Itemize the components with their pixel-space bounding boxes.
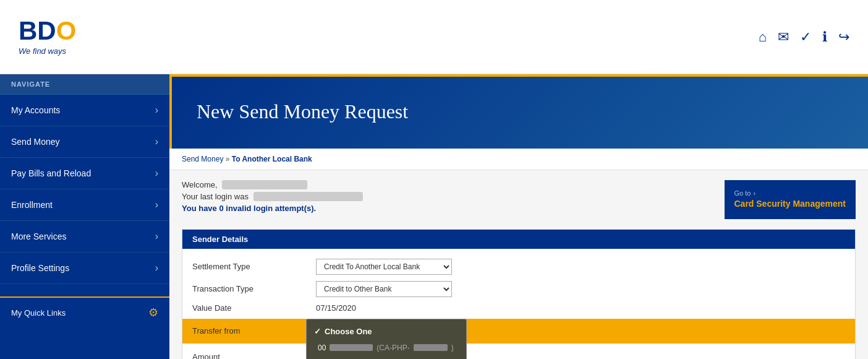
transfer-from-row: Transfer from ✓ Choose One 00 (CA- [182, 319, 855, 344]
amount-row: Amount [192, 350, 845, 359]
sidebar-item-pay-bills[interactable]: Pay Bills and Reload › [0, 158, 169, 189]
chevron-right-icon: › [155, 168, 158, 179]
transfer-from-dropdown: ✓ Choose One 00 (CA-PHP- ) [306, 319, 467, 359]
dropdown-option-1[interactable]: 00 (CA-PHP- ) [307, 340, 466, 356]
header-icons: ⌂ ✉ ✓ ℹ ↪ [759, 29, 849, 45]
sidebar-item-label-my-accounts: My Accounts [11, 105, 60, 115]
sidebar-item-label-more-services: More Services [11, 231, 66, 241]
sidebar-item-enrollment[interactable]: Enrollment › [0, 189, 169, 221]
chevron-right-icon: › [155, 136, 158, 147]
chevron-right-icon: › [155, 105, 158, 116]
dropdown-header: ✓ Choose One [307, 323, 466, 340]
quick-links[interactable]: My Quick Links ⚙ [0, 296, 169, 327]
info-icon[interactable]: ℹ [822, 29, 827, 45]
acct-prefix-1: 00 [318, 344, 326, 352]
sidebar-item-more-services[interactable]: More Services › [0, 221, 169, 253]
chevron-right-icon: › [155, 231, 158, 242]
gear-icon[interactable]: ⚙ [148, 306, 158, 319]
transaction-type-row: Transaction Type Credit to Other Bank [192, 281, 845, 297]
breadcrumb-parent[interactable]: Send Money [182, 155, 223, 163]
logo: BDO [19, 18, 76, 44]
transaction-type-select[interactable]: Credit to Other Bank [316, 281, 452, 297]
amount-label: Amount [192, 352, 316, 359]
welcome-line: Welcome, ________ [182, 180, 363, 189]
page-title-bar: New Send Money Request [169, 74, 868, 149]
sidebar-item-send-money[interactable]: Send Money › [0, 126, 169, 158]
sidebar-item-label-pay-bills: Pay Bills and Reload [11, 168, 91, 178]
acct-paren-1: ) [451, 344, 454, 352]
sidebar-item-label-enrollment: Enrollment [11, 200, 53, 210]
value-date-value: 07/15/2020 [316, 303, 356, 313]
home-icon[interactable]: ⌂ [759, 29, 767, 45]
acct-redacted-1 [330, 344, 373, 351]
tagline: We find ways [19, 46, 76, 56]
quick-links-label: My Quick Links [11, 308, 66, 318]
settlement-type-row: Settlement Type Credit To Another Local … [192, 259, 845, 275]
acct-type-1: (CA-PHP- [377, 344, 409, 352]
app-header: BDO We find ways ⌂ ✉ ✓ ℹ ↪ [0, 0, 868, 74]
sidebar: NAVIGATE My Accounts › Send Money › Pay … [0, 74, 169, 359]
last-login-line: Your last login was ________ [182, 192, 363, 201]
invalid-attempts: You have 0 invalid login attempt(s). [182, 204, 363, 213]
sidebar-item-label-send-money: Send Money [11, 137, 60, 147]
arrow-icon: › [753, 189, 755, 198]
welcome-text: Welcome, ________ Your last login was __… [182, 180, 363, 213]
card-security-button[interactable]: Go to › Card Security Management [725, 180, 856, 219]
breadcrumb-current: To Another Local Bank [232, 155, 312, 163]
welcome-prefix: Welcome, [182, 180, 218, 189]
content-area: New Send Money Request Send Money » To A… [169, 74, 868, 359]
value-date-row: Value Date 07/15/2020 [192, 303, 845, 313]
sender-details-form: Sender Details Settlement Type Credit To… [182, 229, 856, 359]
form-section-header: Sender Details [182, 230, 855, 249]
chevron-right-icon: › [155, 199, 158, 210]
sidebar-item-profile-settings[interactable]: Profile Settings › [0, 253, 169, 284]
settlement-type-select[interactable]: Credit To Another Local Bank [316, 259, 452, 275]
share-icon[interactable]: ↪ [838, 29, 849, 45]
breadcrumb: Send Money » To Another Local Bank [169, 149, 868, 170]
main-layout: NAVIGATE My Accounts › Send Money › Pay … [0, 74, 868, 359]
username-redacted: ________ [222, 180, 307, 189]
body-content: Welcome, ________ Your last login was __… [169, 170, 868, 359]
form-body: Settlement Type Credit To Another Local … [182, 249, 855, 359]
check-icon[interactable]: ✓ [800, 29, 811, 45]
transaction-type-label: Transaction Type [192, 284, 316, 293]
last-login-prefix: Your last login was [182, 192, 249, 201]
last-login-redacted: ________ [253, 192, 364, 201]
check-icon: ✓ [314, 327, 321, 336]
card-security-title: Card Security Management [734, 198, 846, 210]
value-date-label: Value Date [192, 303, 316, 313]
settlement-type-label: Settlement Type [192, 262, 316, 271]
navigate-label: NAVIGATE [0, 74, 169, 95]
sidebar-item-my-accounts[interactable]: My Accounts › [0, 95, 169, 126]
transfer-from-label: Transfer from [192, 326, 316, 335]
logo-area: BDO We find ways [19, 18, 76, 56]
dropdown-option-2[interactable]: 00 (SA-PHP- ) [307, 356, 466, 359]
sidebar-item-label-profile-settings: Profile Settings [11, 263, 69, 273]
welcome-section: Welcome, ________ Your last login was __… [169, 170, 868, 229]
acct-type-val-1 [414, 344, 448, 351]
page-title: New Send Money Request [197, 100, 408, 123]
breadcrumb-separator: » [226, 155, 232, 163]
goto-label: Go to › [734, 189, 846, 198]
dropdown-header-label: Choose One [325, 327, 372, 336]
chevron-right-icon: › [155, 262, 158, 274]
mail-icon[interactable]: ✉ [778, 29, 789, 45]
